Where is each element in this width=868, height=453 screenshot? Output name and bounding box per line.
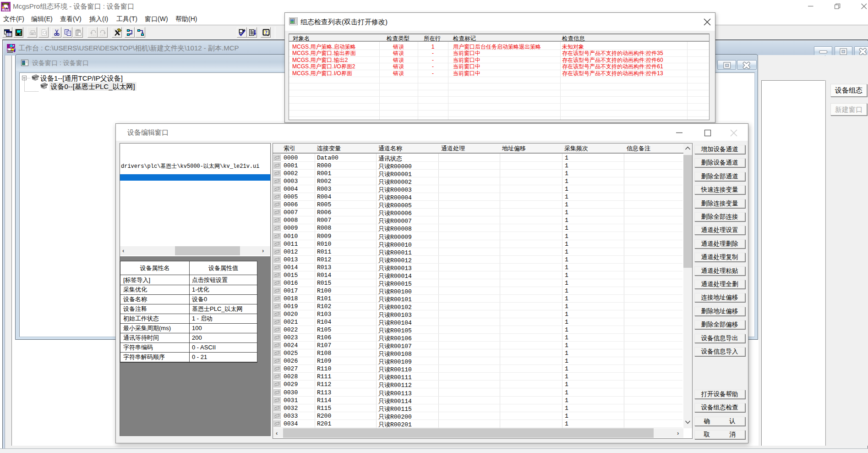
svg-text:MCGS: MCGS — [2, 9, 10, 12]
svg-text:?: ? — [265, 30, 267, 35]
